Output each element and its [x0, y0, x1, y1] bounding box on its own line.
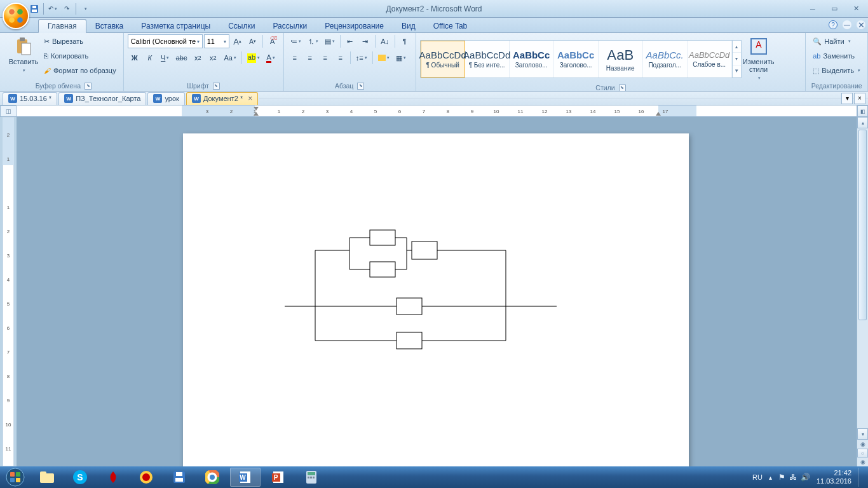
- volume-icon[interactable]: 🔊: [801, 473, 810, 482]
- gallery-up-button[interactable]: ▴: [733, 41, 741, 53]
- network-icon[interactable]: 🖧: [789, 473, 797, 482]
- vertical-ruler[interactable]: 21 123 456 789 1011: [3, 117, 14, 466]
- doc-tab-2[interactable]: WПЗ_Технолог_Карта: [58, 92, 146, 105]
- scroll-down-button[interactable]: ▾: [857, 428, 868, 440]
- replace-button[interactable]: abЗаменить: [810, 49, 864, 63]
- language-indicator[interactable]: RU: [752, 473, 763, 481]
- tray-expand-icon[interactable]: ▴: [769, 474, 772, 481]
- find-button[interactable]: 🔍Найти▾: [810, 34, 864, 48]
- show-desktop-button[interactable]: [858, 468, 863, 487]
- shading-button[interactable]: ▾: [376, 51, 392, 65]
- help-button[interactable]: ?: [829, 20, 837, 29]
- style-subtitle[interactable]: AaBbCc.Подзагол...: [643, 41, 688, 78]
- select-button[interactable]: ⬚Выделить▾: [810, 64, 864, 78]
- tab-officetab[interactable]: Office Tab: [424, 20, 477, 32]
- gallery-more-button[interactable]: ▼: [733, 65, 741, 78]
- doc-tab-3[interactable]: Wурок: [147, 92, 184, 105]
- shrink-font-button[interactable]: A▾: [246, 34, 260, 48]
- taskbar-app1-icon[interactable]: [98, 468, 128, 487]
- scroll-track[interactable]: [857, 128, 868, 428]
- strikethrough-button[interactable]: abc: [173, 51, 190, 65]
- decrease-indent-button[interactable]: ⇤: [343, 34, 357, 48]
- align-center-button[interactable]: ≡: [303, 51, 317, 65]
- taskbar-calc-icon[interactable]: [296, 468, 327, 487]
- ruler-corner[interactable]: ◫: [0, 105, 17, 117]
- taskbar-word-icon[interactable]: W: [230, 468, 261, 487]
- start-button[interactable]: [0, 466, 31, 488]
- style-heading1[interactable]: AaBbCcЗаголово...: [510, 41, 554, 78]
- qat-customize-icon[interactable]: ▾: [79, 3, 92, 15]
- ruler-toggle-button[interactable]: ◧: [857, 105, 868, 117]
- taskbar-skype-icon[interactable]: S: [65, 468, 95, 487]
- tab-list-button[interactable]: ▾: [841, 93, 853, 104]
- numbering-button[interactable]: ⒈▾: [305, 34, 321, 48]
- multilevel-button[interactable]: ▤▾: [322, 34, 337, 48]
- font-name-combo[interactable]: Calibri (Основной те▾: [128, 34, 203, 48]
- tab-layout[interactable]: Разметка страницы: [132, 20, 219, 32]
- clock[interactable]: 21:42 11.03.2016: [817, 469, 851, 485]
- underline-button[interactable]: Ч▾: [158, 51, 172, 65]
- close-tab-icon[interactable]: ×: [248, 94, 252, 103]
- ribbon-minimize-button[interactable]: ─: [843, 20, 851, 29]
- font-color-button[interactable]: A▾: [264, 51, 278, 65]
- increase-indent-button[interactable]: ⇥: [358, 34, 372, 48]
- sort-button[interactable]: A↓: [378, 34, 392, 48]
- dialog-launcher-icon[interactable]: ⬊: [619, 85, 626, 92]
- copy-button[interactable]: ⎘Копировать: [41, 49, 119, 63]
- style-normal[interactable]: AaBbCcDd¶ Обычный: [421, 41, 465, 78]
- horizontal-ruler[interactable]: 321 123 456 789 101112 131415 1617: [17, 105, 868, 117]
- clear-formatting-button[interactable]: A⌫: [266, 34, 280, 48]
- doc-tab-4[interactable]: WДокумент2 *×: [186, 92, 258, 105]
- dialog-launcher-icon[interactable]: ⬊: [213, 83, 220, 90]
- change-case-button[interactable]: Aa▾: [221, 51, 238, 65]
- tab-review[interactable]: Рецензирование: [316, 20, 393, 32]
- style-title[interactable]: АаВНазвание: [599, 41, 643, 78]
- office-button[interactable]: [3, 3, 29, 29]
- qat-redo-icon[interactable]: ↷: [60, 3, 73, 15]
- superscript-button[interactable]: x2: [206, 51, 220, 65]
- cut-button[interactable]: ✂Вырезать: [41, 34, 119, 48]
- tab-close-button[interactable]: ×: [854, 93, 865, 104]
- font-size-combo[interactable]: 11▾: [204, 34, 229, 48]
- tab-mailings[interactable]: Рассылки: [264, 20, 316, 32]
- justify-button[interactable]: ≡: [334, 51, 348, 65]
- action-center-icon[interactable]: ⚑: [778, 473, 785, 482]
- taskbar-app2-icon[interactable]: [131, 468, 161, 487]
- bullets-button[interactable]: ≔▾: [288, 34, 304, 48]
- gallery-down-button[interactable]: ▾: [733, 53, 741, 65]
- style-heading2[interactable]: AaBbCcЗаголово...: [554, 41, 599, 78]
- tab-references[interactable]: Ссылки: [219, 20, 264, 32]
- align-right-button[interactable]: ≡: [318, 51, 332, 65]
- scroll-up-button[interactable]: ▴: [857, 117, 868, 128]
- subscript-button[interactable]: x2: [191, 51, 205, 65]
- close-button[interactable]: ✕: [846, 3, 865, 15]
- style-emphasis[interactable]: AaBbCcDdСлабое в...: [688, 41, 732, 78]
- show-marks-button[interactable]: ¶: [398, 34, 412, 48]
- taskbar-explorer-icon[interactable]: [32, 468, 62, 487]
- maximize-button[interactable]: ▭: [825, 3, 844, 15]
- dialog-launcher-icon[interactable]: ⬊: [357, 83, 364, 90]
- bold-button[interactable]: Ж: [128, 51, 142, 65]
- tab-home[interactable]: Главная: [38, 19, 86, 33]
- doc-tab-1[interactable]: W15.03.16 *: [3, 92, 57, 105]
- tab-view[interactable]: Вид: [393, 20, 424, 32]
- grow-font-button[interactable]: A▴: [231, 34, 245, 48]
- ribbon-close-button[interactable]: ✕: [857, 20, 865, 29]
- document-area[interactable]: [17, 117, 857, 466]
- format-painter-button[interactable]: 🖌Формат по образцу: [41, 64, 119, 78]
- qat-save-icon[interactable]: [28, 3, 41, 15]
- taskbar-save-icon[interactable]: [164, 468, 194, 487]
- align-left-button[interactable]: ≡: [288, 51, 302, 65]
- browse-object-button[interactable]: ○: [857, 449, 868, 458]
- scroll-thumb[interactable]: [858, 130, 867, 320]
- style-nospacing[interactable]: AaBbCcDd¶ Без инте...: [465, 41, 510, 78]
- tab-insert[interactable]: Вставка: [86, 20, 133, 32]
- italic-button[interactable]: К: [143, 51, 157, 65]
- highlight-button[interactable]: ab▾: [245, 51, 262, 65]
- minimize-button[interactable]: ─: [803, 3, 822, 15]
- qat-undo-icon[interactable]: ↶▾: [46, 3, 59, 15]
- taskbar-powerpoint-icon[interactable]: P: [263, 468, 294, 487]
- prev-page-button[interactable]: ◉: [857, 440, 868, 449]
- taskbar-chrome-icon[interactable]: [197, 468, 227, 487]
- dialog-launcher-icon[interactable]: ⬊: [85, 83, 92, 90]
